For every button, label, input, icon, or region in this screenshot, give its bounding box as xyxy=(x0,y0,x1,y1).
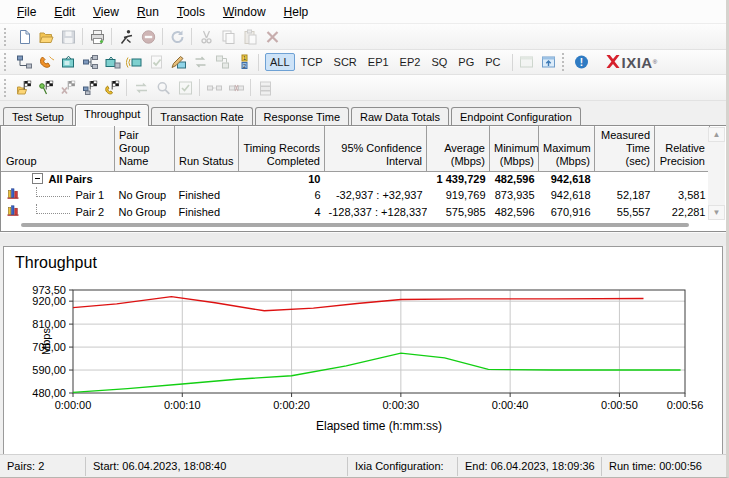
throughput-line-chart: 480,00590,00700,00810,00920,00973,500:00… xyxy=(4,247,722,454)
column-header-group[interactable]: Group xyxy=(2,127,115,172)
toolbar-window-icons xyxy=(516,52,560,72)
renumber-pairs-icon[interactable]: 12 xyxy=(233,52,255,72)
cell-run-status: Finished xyxy=(175,186,239,203)
stop-test-icon xyxy=(137,27,159,47)
column-header-run-status[interactable]: Run Status xyxy=(175,127,239,172)
toolbar-flags xyxy=(0,75,726,101)
cell-minimum: 873,935 xyxy=(490,186,539,203)
inspect-icon xyxy=(152,78,174,98)
svg-text:0:00:30: 0:00:30 xyxy=(383,399,420,411)
filter-all-button[interactable]: ALL xyxy=(265,53,295,71)
filter-tcp-button[interactable]: TCP xyxy=(296,53,328,71)
status-pairs: Pairs: 2 xyxy=(0,457,86,476)
menu-bar: FileEditViewRunToolsWindowHelp xyxy=(0,0,726,24)
print-icon[interactable] xyxy=(86,27,108,47)
tab-endpoint-configuration[interactable]: Endpoint Configuration xyxy=(451,107,581,126)
status-start-time: Start: 06.04.2023, 18:08:40 xyxy=(86,457,348,476)
filter-ep2-button[interactable]: EP2 xyxy=(395,53,426,71)
column-header-timing-records-completed[interactable]: Timing Records Completed xyxy=(239,127,325,172)
toolbar-gripper[interactable] xyxy=(4,53,8,71)
svg-text:920,00: 920,00 xyxy=(32,295,66,307)
filter-sq-button[interactable]: SQ xyxy=(426,53,452,71)
menu-help[interactable]: Help xyxy=(275,2,318,22)
table-row-pair-2[interactable]: Pair 2 No Group Finished 4 -128,337 : +1… xyxy=(2,203,710,220)
add-hardware-pair-icon[interactable] xyxy=(123,52,145,72)
status-run-time: Run time: 00:00:56 xyxy=(602,457,729,476)
table-header-row: GroupPair Group NameRun StatusTiming Rec… xyxy=(2,127,710,172)
run-test-icon[interactable] xyxy=(115,27,137,47)
protocol-filter-group: ALLTCPSCREP1EP2SQPGPC xyxy=(265,53,506,71)
tree-branch-line xyxy=(36,187,70,197)
pair-label: Pair 2 xyxy=(76,206,105,218)
cell-measured-time: 52,187 xyxy=(595,186,655,203)
pair-chart-icon xyxy=(7,188,21,201)
compare-icon xyxy=(130,78,152,98)
refresh-icon xyxy=(166,27,188,47)
cell-minimum: 482,596 xyxy=(490,171,539,186)
toolbar-gripper[interactable] xyxy=(4,28,8,46)
panel-splitter[interactable] xyxy=(0,232,726,246)
toolbar-standard xyxy=(0,24,726,50)
menu-view[interactable]: View xyxy=(84,2,128,22)
tab-raw-data-totals[interactable]: Raw Data Totals xyxy=(351,107,449,126)
toolbar-separator xyxy=(258,54,259,71)
svg-text:Elapsed time (h:mm:ss): Elapsed time (h:mm:ss) xyxy=(316,419,442,433)
toolbar-gripper[interactable] xyxy=(4,79,8,97)
filter-pg-button[interactable]: PG xyxy=(453,53,479,71)
flag-folder-icon[interactable] xyxy=(13,78,35,98)
toolbar-gripper[interactable] xyxy=(562,53,566,71)
scroll-down-button[interactable]: ▼ xyxy=(708,205,725,220)
table-vertical-scrollbar[interactable]: ▲ ▼ xyxy=(708,127,725,220)
column-header-average-mbps-[interactable]: Average (Mbps) xyxy=(427,127,490,172)
cell-confidence-interval: -128,337 : +128,337 xyxy=(325,203,427,220)
menu-run[interactable]: Run xyxy=(128,2,168,22)
menu-window[interactable]: Window xyxy=(214,2,275,22)
tab-transaction-rate[interactable]: Transaction Rate xyxy=(151,107,252,126)
add-multicast-group-icon[interactable] xyxy=(79,52,101,72)
toolbar-separator xyxy=(512,54,513,71)
new-file-icon[interactable] xyxy=(13,27,35,47)
export-window-icon[interactable] xyxy=(538,52,560,72)
collapse-expander[interactable] xyxy=(32,173,43,184)
tab-test-setup[interactable]: Test Setup xyxy=(3,107,73,126)
column-header-minimum-mbps-[interactable]: Minimum (Mbps) xyxy=(490,127,539,172)
svg-text:1: 1 xyxy=(242,55,245,61)
column-header-maximum-mbps-[interactable]: Maximum (Mbps) xyxy=(539,127,595,172)
column-header-pair-group-name[interactable]: Pair Group Name xyxy=(115,127,175,172)
scroll-up-button[interactable]: ▲ xyxy=(708,127,725,142)
menu-edit[interactable]: Edit xyxy=(45,2,84,22)
column-header-95-confidence-interval[interactable]: 95% Confidence Interval xyxy=(325,127,427,172)
toolbar-separator xyxy=(191,28,192,45)
table-row-pair-1[interactable]: Pair 1 No Group Finished 6 -32,937 : +32… xyxy=(2,186,710,203)
paste-icon xyxy=(239,27,261,47)
filter-ep1-button[interactable]: EP1 xyxy=(363,53,394,71)
filter-pc-button[interactable]: PC xyxy=(480,53,505,71)
column-header-relative-precision[interactable]: Relative Precision xyxy=(655,127,710,172)
toolbar-pairs: 12 ALLTCPSCREP1EP2SQPGPC ! IXIA ® xyxy=(0,50,726,75)
filter-scr-button[interactable]: SCR xyxy=(329,53,362,71)
open-file-icon[interactable] xyxy=(35,27,57,47)
flag-pairs-icon[interactable] xyxy=(79,78,101,98)
edit-pair-icon[interactable] xyxy=(167,52,189,72)
column-header-measured-time-sec-[interactable]: Measured Time (sec) xyxy=(595,127,655,172)
flag-pin-icon[interactable] xyxy=(35,78,57,98)
info-icon[interactable]: ! xyxy=(571,52,593,72)
cell-average: 575,985 xyxy=(427,203,490,220)
pair-label: Pair 1 xyxy=(76,189,105,201)
table-row-all-pairs[interactable]: All Pairs 10 1 439,729 482,596 942,618 xyxy=(2,171,710,186)
add-video-pair-icon[interactable] xyxy=(57,52,79,72)
cell-pair-group-name: No Group xyxy=(115,186,175,203)
menu-tools[interactable]: Tools xyxy=(168,2,214,22)
add-voip-pair-icon[interactable] xyxy=(35,52,57,72)
add-video-multicast-group-icon[interactable] xyxy=(101,52,123,72)
tab-response-time[interactable]: Response Time xyxy=(255,107,349,126)
add-pair-icon[interactable] xyxy=(13,52,35,72)
menu-file[interactable]: File xyxy=(8,2,45,22)
tab-throughput[interactable]: Throughput xyxy=(75,104,149,126)
table-horizontal-scrollbar[interactable] xyxy=(21,223,689,227)
edit-run-options-icon xyxy=(145,52,167,72)
svg-text:0:00:40: 0:00:40 xyxy=(492,399,529,411)
toolbar-separator xyxy=(199,79,200,96)
flag-phone-icon[interactable] xyxy=(101,78,123,98)
svg-text:973,50: 973,50 xyxy=(32,284,66,296)
